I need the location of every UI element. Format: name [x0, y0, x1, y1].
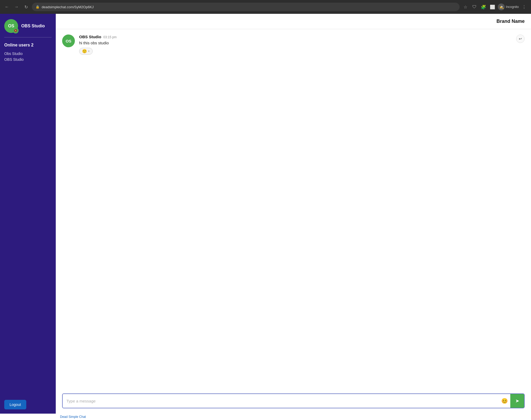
- send-button[interactable]: ➤: [510, 394, 524, 408]
- message-time: 03:15 pm: [103, 35, 117, 39]
- browser-actions: ☆ 🛡 🧩 ⬜ 🕵 Incognito ⋮: [462, 3, 528, 11]
- footer-link[interactable]: Dead Simple Chat: [56, 415, 86, 419]
- online-users-title: Online users 2: [4, 43, 52, 48]
- sidebar-spacer: [0, 66, 56, 396]
- chat-input-area: 😊 ➤: [56, 389, 531, 414]
- window-button[interactable]: ⬜: [489, 3, 496, 11]
- message-content: OBS Studio 03:15 pm hi this obs studio 🙂…: [79, 35, 512, 55]
- send-icon: ➤: [515, 398, 519, 404]
- address-bar[interactable]: 🔒 deadsimplechat.com/SyM2Op6KJ: [32, 3, 460, 11]
- forward-button[interactable]: →: [13, 3, 20, 11]
- message-sender: OBS Studio: [79, 35, 101, 39]
- online-users-section: Online users 2 Obs Studio OBS Studio: [0, 37, 56, 66]
- back-button[interactable]: ←: [3, 3, 11, 11]
- app-footer: Dead Simple Chat: [0, 414, 531, 420]
- notification-badge: 🔕: [13, 28, 19, 33]
- current-user-avatar: OS 🔕: [4, 19, 18, 33]
- incognito-avatar: 🕵: [498, 3, 505, 10]
- browser-chrome: ← → ↻ 🔒 deadsimplechat.com/SyM2Op6KJ ☆ 🛡…: [0, 0, 531, 14]
- message-text: hi this obs studio: [79, 40, 512, 46]
- incognito-badge: 🕵 Incognito: [498, 3, 519, 10]
- refresh-button[interactable]: ↻: [22, 3, 30, 11]
- message-meta: OBS Studio 03:15 pm: [79, 35, 512, 39]
- online-user-item[interactable]: Obs Studio: [4, 51, 52, 57]
- chat-messages: OS OBS Studio 03:15 pm hi this obs studi…: [56, 29, 531, 389]
- menu-button[interactable]: ⋮: [520, 3, 528, 11]
- message-row: OS OBS Studio 03:15 pm hi this obs studi…: [62, 35, 525, 55]
- avatar-initials: OS: [8, 24, 14, 28]
- message-actions: 🙂+: [79, 48, 512, 55]
- message-input[interactable]: [63, 395, 499, 408]
- emoji-picker-button[interactable]: 😊: [499, 395, 510, 407]
- extensions-button[interactable]: 🧩: [480, 3, 487, 11]
- message-avatar: OS: [62, 35, 75, 47]
- logout-section: Logout: [0, 396, 56, 414]
- current-username: OBS Studio: [21, 24, 45, 28]
- online-user-item[interactable]: OBS Studio: [4, 57, 52, 62]
- reply-button[interactable]: ↩: [516, 35, 525, 43]
- input-wrapper: 😊 ➤: [62, 393, 525, 408]
- bookmark-button[interactable]: ☆: [462, 3, 469, 11]
- logout-button[interactable]: Logout: [4, 400, 26, 409]
- shield-button[interactable]: 🛡: [471, 3, 478, 11]
- app-container: OS 🔕 OBS Studio Online users 2 Obs Studi…: [0, 14, 531, 414]
- brand-name: Brand Name: [496, 19, 525, 24]
- url-text: deadsimplechat.com/SyM2Op6KJ: [42, 5, 94, 9]
- incognito-label: Incognito: [506, 5, 519, 9]
- lock-icon: 🔒: [36, 5, 40, 9]
- chat-header: Brand Name: [56, 14, 531, 29]
- sidebar-header: OS 🔕 OBS Studio: [0, 14, 56, 37]
- message-avatar-initials: OS: [66, 39, 71, 43]
- add-emoji-button[interactable]: 🙂+: [79, 48, 93, 55]
- sidebar: OS 🔕 OBS Studio Online users 2 Obs Studi…: [0, 14, 56, 414]
- chat-main: Brand Name OS OBS Studio 03:15 pm hi thi…: [56, 14, 531, 414]
- notification-icon: 🔕: [14, 29, 18, 32]
